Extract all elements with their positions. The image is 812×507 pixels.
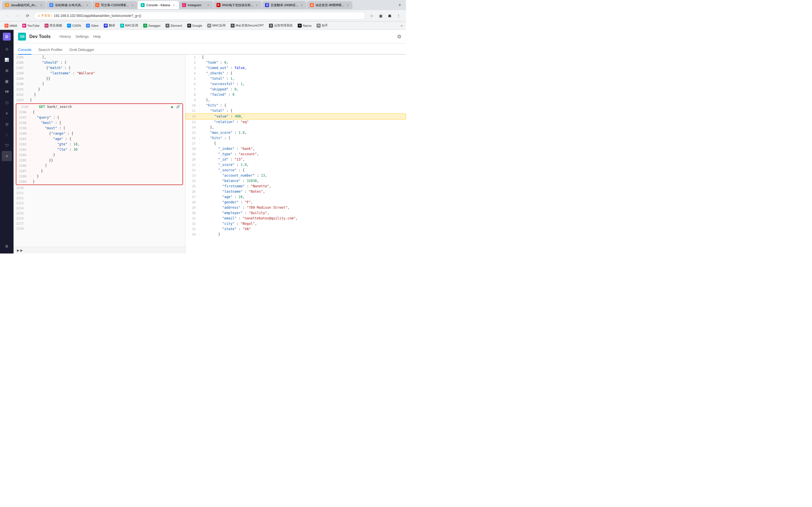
- sidebar-icon-uptime[interactable]: ↑: [2, 129, 12, 140]
- line-content: }: [32, 152, 181, 158]
- copy-link-button[interactable]: 🔗: [176, 105, 180, 109]
- sidebar-icon-maps[interactable]: 🗺: [2, 87, 12, 97]
- new-tab-button[interactable]: +: [396, 1, 404, 9]
- nav-history[interactable]: History: [59, 33, 71, 40]
- line-content: ],: [29, 55, 184, 60]
- browser-tab-kibana[interactable]: KConsole - Kibana×: [138, 1, 179, 9]
- line-content: "lastname" : "Wallace": [29, 71, 184, 76]
- menu-button[interactable]: ⋮: [395, 12, 403, 20]
- sidebar-icon-canvas[interactable]: ▦: [2, 76, 12, 86]
- editor-content[interactable]: 2185- ],2186- "should" : [2187- {"match"…: [13, 55, 185, 247]
- bookmark-label: Google: [192, 24, 202, 27]
- sidebar-icon-settings[interactable]: ⚙: [2, 241, 12, 251]
- nav-help[interactable]: Help: [93, 33, 101, 40]
- line-marker: -: [26, 93, 29, 98]
- profile-button[interactable]: ☗: [386, 12, 394, 20]
- bookmark-运营管理系统[interactable]: 运运营管理系统: [267, 23, 295, 28]
- tab-close[interactable]: ×: [131, 3, 135, 7]
- url-bar[interactable]: ⚠ 不安全 | 192.168.0.102:5601/app/kibana#/d…: [34, 12, 365, 20]
- result-line-number: 5: [186, 76, 198, 81]
- tab-title: Console - Kibana: [146, 3, 170, 7]
- result-line-content: {: [201, 55, 405, 60]
- bookmark-bilibili[interactable]: Bbilibili: [2, 23, 19, 28]
- sidebar-icon-siem[interactable]: 🛡: [2, 140, 12, 151]
- tab-close[interactable]: ×: [39, 3, 43, 7]
- sidebar-icon-ml[interactable]: ⬡: [2, 98, 12, 108]
- browser-tab-csdn[interactable]: C写文章-CSDN博客...×: [93, 1, 137, 9]
- tab-grok-debugger[interactable]: Grok Debugger: [69, 45, 94, 55]
- bookmark-翻译[interactable]: 译翻译: [101, 23, 117, 28]
- sidebar-icon-discover[interactable]: ⊙: [2, 44, 12, 54]
- bookmark-Swagger[interactable]: SSwagger: [141, 23, 163, 28]
- request-body-line: 2199- "must" : [: [16, 126, 183, 131]
- line-content: "should" : [: [29, 60, 184, 65]
- bookmark-label: bilibili: [10, 24, 17, 27]
- browser-tab-dong[interactable]: B动态首页-哗哩哗哩...×: [307, 1, 352, 9]
- tab-close[interactable]: ×: [172, 3, 176, 7]
- collapse-button[interactable]: ▶ ▶: [17, 248, 23, 252]
- bookmark-知乎[interactable]: 知知乎: [314, 23, 330, 28]
- result-line-content: "firstname" : "Nanette",: [201, 184, 405, 189]
- editor-bottom-bar: ▶ ▶: [13, 247, 185, 253]
- bookmark-YouTube[interactable]: ▶YouTube: [20, 23, 42, 28]
- browser-tab-instagram[interactable]: IInstagram×: [179, 1, 213, 9]
- tab-console[interactable]: Console: [18, 45, 32, 55]
- line-marker: -: [26, 76, 29, 81]
- sidebar-icon-dev-tools[interactable]: ✧: [2, 151, 12, 161]
- editor-line: 2215: [13, 211, 185, 216]
- line-number: 2185: [13, 55, 26, 60]
- line-content: }: [32, 179, 181, 184]
- result-line-content: "total" : 1,: [201, 76, 405, 81]
- line-marker: -: [29, 158, 32, 163]
- result-line-number: 14: [186, 125, 198, 130]
- result-line-number: 32: [186, 221, 198, 226]
- result-line: 4- "_shards" : {: [186, 71, 406, 76]
- editor-line: 2189- }}: [13, 76, 185, 81]
- bookmark-CSDN[interactable]: CCSDN: [65, 23, 83, 28]
- kibana-d-logo: D: [3, 33, 11, 41]
- settings-icon[interactable]: ⚙: [397, 34, 402, 40]
- bookmark-Google[interactable]: GGoogle: [185, 23, 204, 28]
- tab-close[interactable]: ×: [206, 3, 210, 7]
- browser-tab-gupao[interactable]: C谷粒商城-分布式高...×: [47, 1, 92, 9]
- browser-tab-rng[interactable]: RRNG电子竞技俱乐部...×: [214, 1, 262, 9]
- result-line-number: 31: [186, 216, 198, 221]
- tab-close[interactable]: ×: [255, 3, 259, 7]
- tab-title: 写文章-CSDN博客...: [101, 3, 129, 7]
- browser-tab-java[interactable]: JJava基础代码_Ac...×: [2, 1, 46, 9]
- reload-button[interactable]: ⟳: [24, 12, 32, 20]
- nav-settings[interactable]: Settings: [75, 33, 89, 40]
- tab-close[interactable]: ×: [85, 3, 89, 7]
- bookmark-西瓜视频[interactable]: 🍉西瓜视频: [42, 23, 64, 28]
- back-button[interactable]: ←: [3, 12, 11, 20]
- bookmark-Gitee[interactable]: GGitee: [84, 23, 101, 28]
- bookmark-MAC应用[interactable]: MMAC应用: [205, 23, 227, 28]
- run-button[interactable]: ▶: [171, 105, 174, 109]
- forward-button[interactable]: →: [13, 12, 21, 20]
- result-line-number: 24: [186, 179, 198, 184]
- sidebar-icon-visualize[interactable]: 📊: [2, 55, 12, 65]
- extensions-button[interactable]: ▣: [377, 12, 385, 20]
- tab-close[interactable]: ×: [346, 3, 350, 7]
- bookmark-Element[interactable]: EElement: [163, 23, 184, 28]
- result-line: 32 "city" : "Nogal",: [186, 221, 406, 226]
- result-line-content: "_index" : "bank",: [201, 146, 405, 151]
- sidebar-icon-graph[interactable]: ◎: [2, 119, 12, 129]
- sidebar-icon-index[interactable]: ≡: [2, 108, 12, 118]
- line-number: 2215: [13, 211, 26, 216]
- browser-tab-baidu[interactable]: 百百度翻译-200种语...×: [262, 1, 306, 9]
- bookmarks-more[interactable]: »: [400, 23, 404, 28]
- sidebar-icon-dashboard[interactable]: ⊞: [2, 65, 12, 75]
- bookmark-Mac安装SecureCRT[interactable]: SMac安装SecureCRT: [229, 23, 266, 28]
- result-content[interactable]: 1-{2 "took" : 0,3 "timed_out" : false,4-…: [186, 55, 406, 253]
- result-line-content: "gender" : "F",: [201, 200, 405, 205]
- tab-close[interactable]: ×: [300, 3, 304, 7]
- bookmark-Nacos[interactable]: NNacos: [296, 23, 314, 28]
- line-number: 2202: [16, 142, 29, 147]
- result-line-content: "took" : 0,: [201, 60, 405, 65]
- result-line-marker: -: [198, 71, 201, 76]
- request-url: bank/_search: [47, 105, 72, 109]
- bookmark-MAC应用[interactable]: MMAC应用: [118, 23, 140, 28]
- bookmark-button[interactable]: ☆: [368, 12, 375, 20]
- tab-search-profiler[interactable]: Search Profiler: [38, 45, 63, 55]
